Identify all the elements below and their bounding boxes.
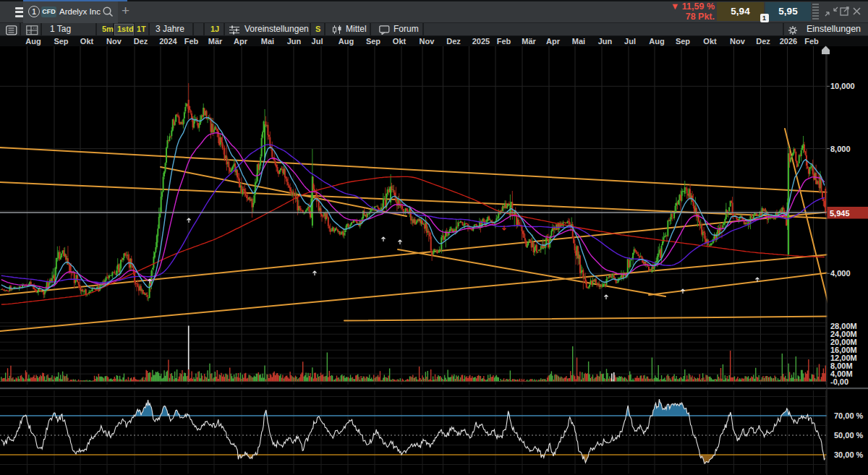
svg-text:-0,00: -0,00 (830, 377, 848, 386)
svg-text:4,000: 4,000 (830, 269, 851, 278)
svg-text:Apr: Apr (234, 37, 248, 46)
svg-text:Okt: Okt (80, 37, 94, 46)
svg-text:2025: 2025 (472, 37, 490, 46)
svg-text:2026: 2026 (780, 37, 797, 46)
svg-text:50,00 %: 50,00 % (834, 431, 864, 440)
svg-text:70,00 %: 70,00 % (834, 411, 864, 420)
svg-text:Dez: Dez (446, 37, 461, 46)
svg-text:Feb: Feb (184, 37, 199, 46)
svg-text:10,000: 10,000 (830, 82, 855, 90)
svg-text:Sep: Sep (676, 37, 690, 46)
svg-text:Nov: Nov (106, 37, 122, 46)
svg-text:Sep: Sep (366, 37, 380, 46)
svg-text:Aug: Aug (649, 37, 664, 46)
svg-text:Apr: Apr (546, 37, 561, 46)
svg-text:5,945: 5,945 (830, 209, 850, 218)
svg-text:Nov: Nov (730, 37, 746, 46)
svg-text:Mai: Mai (261, 37, 274, 46)
svg-text:Okt: Okt (703, 37, 717, 46)
svg-text:Jul: Jul (624, 37, 636, 46)
svg-text:8,000: 8,000 (830, 145, 851, 153)
svg-text:Feb: Feb (497, 37, 511, 46)
svg-text:30,00 %: 30,00 % (834, 450, 864, 459)
svg-text:Dez: Dez (756, 37, 770, 46)
svg-text:Mär: Mär (208, 37, 223, 46)
svg-text:Okt: Okt (393, 37, 407, 46)
svg-text:Mai: Mai (572, 37, 585, 46)
svg-text:Sep: Sep (54, 37, 68, 46)
svg-text:Jun: Jun (598, 37, 613, 46)
svg-text:Aug: Aug (339, 37, 354, 46)
svg-text:Mär: Mär (522, 37, 536, 46)
svg-text:Dez: Dez (134, 37, 148, 46)
svg-text:Jul: Jul (312, 37, 323, 46)
svg-text:Feb: Feb (804, 37, 819, 46)
svg-text:Aug: Aug (25, 37, 41, 46)
svg-text:2024: 2024 (159, 37, 177, 46)
svg-text:Nov: Nov (420, 37, 435, 46)
svg-text:Jun: Jun (287, 37, 302, 46)
